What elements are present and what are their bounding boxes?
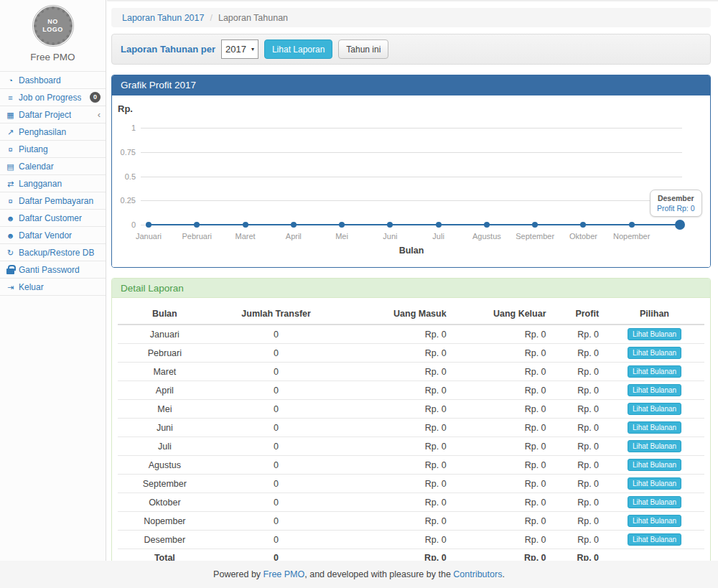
refresh-icon: ↻ [5,248,16,258]
calendar-icon: ▤ [5,162,16,172]
x-tick-label: Nopember [606,232,658,241]
sidebar-item-piutang[interactable]: ¤Piutang [0,141,106,158]
cell-uang-masuk: Rp. 0 [340,531,452,549]
x-tick-label: September [509,232,561,241]
breadcrumb-current: Laporan Tahunan [218,13,288,23]
cell-pilihan: Lihat Bulanan [605,363,704,381]
cell-profit: Rp. 0 [552,531,605,549]
sidebar-item-label: Penghasilan [19,127,66,137]
sidebar-item-label: Job on Progress [19,93,81,103]
table-row: Mei0Rp. 0Rp. 0Rp. 0Lihat Bulanan [118,400,704,419]
lihat-laporan-button[interactable]: Lihat Laporan [264,39,332,59]
sidebar-item-ganti-password[interactable]: Ganti Password [0,261,106,279]
table-row: Agustus0Rp. 0Rp. 0Rp. 0Lihat Bulanan [118,456,704,475]
data-point-mei[interactable] [339,222,345,228]
sidebar-item-daftar-vendor[interactable]: ☻Daftar Vendor [0,227,106,244]
sign-out-icon: ⇥ [5,282,16,292]
profit-chart-panel: Grafik Profit 2017 Rp. Bulan Desember Pr… [111,75,711,268]
cell-pilihan: Lihat Bulanan [605,475,704,493]
table-row: April0Rp. 0Rp. 0Rp. 0Lihat Bulanan [118,381,704,400]
data-point-april[interactable] [291,222,297,228]
table-row: Oktober0Rp. 0Rp. 0Rp. 0Lihat Bulanan [118,493,704,512]
lihat-bulanan-button[interactable]: Lihat Bulanan [628,328,681,340]
chart-tooltip: Desember Profit Rp: 0 [650,190,702,217]
chart-gridline [141,200,682,201]
sidebar-item-backup-restore-db[interactable]: ↻Backup/Restore DB [0,244,106,261]
x-tick-label: Pebruari [171,232,223,241]
cell-pilihan: Lihat Bulanan [605,419,704,437]
chart-gridline [141,152,682,153]
data-point-desember[interactable] [675,220,685,230]
lihat-bulanan-button[interactable]: Lihat Bulanan [628,515,681,527]
cell-profit: Rp. 0 [552,325,605,344]
sidebar-item-daftar-project[interactable]: ▦Daftar Project‹ [0,106,106,123]
lihat-bulanan-button[interactable]: Lihat Bulanan [628,459,681,471]
sidebar-item-label: Backup/Restore DB [19,248,94,258]
sidebar-item-daftar-pembayaran[interactable]: ¤Daftar Pembayaran [0,192,106,210]
cell-jumlah-transfer: 0 [212,381,341,400]
column-header-uang-masuk: Uang Masuk [340,304,452,325]
cell-jumlah-transfer: 0 [212,400,341,419]
y-tick-label: 0.25 [112,196,136,205]
lihat-bulanan-button[interactable]: Lihat Bulanan [628,384,681,396]
sidebar-item-dashboard[interactable]: ◔Dashboard [0,72,106,89]
sidebar-item-label: Calendar [19,162,54,172]
detail-laporan-panel: Detail Laporan BulanJumlah TransferUang … [111,278,711,576]
cell-bulan: Desember [118,531,212,549]
lihat-bulanan-button[interactable]: Lihat Bulanan [628,477,681,490]
tahun-ini-button[interactable]: Tahun ini [338,39,388,59]
free-pmo-link[interactable]: Free PMO [264,569,305,579]
cell-bulan: Juli [118,437,212,456]
count-badge: 0 [90,92,101,103]
sidebar-item-calendar[interactable]: ▤Calendar [0,158,106,175]
sidebar-item-job-on-progress[interactable]: ≡Job on Progress0 [0,89,106,106]
profit-chart: Rp. Bulan Desember Profit Rp: 0 00.250.5… [112,95,710,267]
lihat-bulanan-button[interactable]: Lihat Bulanan [628,347,681,359]
data-point-nopember[interactable] [629,222,635,228]
lihat-bulanan-button[interactable]: Lihat Bulanan [628,440,681,452]
data-point-juli[interactable] [436,222,442,228]
sidebar-item-label: Dashboard [19,75,61,85]
logo-text-line1: NO [47,18,58,26]
cell-bulan: Agustus [118,456,212,475]
lihat-bulanan-button[interactable]: Lihat Bulanan [628,421,681,434]
sidebar-item-label: Piutang [19,144,48,154]
y-tick-label: 0 [112,220,136,229]
table-body: Januari0Rp. 0Rp. 0Rp. 0Lihat BulananPebr… [118,325,704,566]
cell-profit: Rp. 0 [552,456,605,475]
lihat-bulanan-button[interactable]: Lihat Bulanan [628,533,681,546]
cell-bulan: Maret [118,363,212,381]
cell-uang-keluar: Rp. 0 [452,512,552,531]
breadcrumb-link[interactable]: Laporan Tahun 2017 [122,13,204,23]
sidebar-item-penghasilan[interactable]: ↗Penghasilan [0,123,106,141]
x-tick-label: Juni [364,232,416,241]
dashboard-icon: ◔ [5,75,16,85]
data-point-agustus[interactable] [484,222,490,228]
main-content: Laporan Tahun 2017 / Laporan Tahunan Lap… [107,0,718,561]
data-point-juni[interactable] [387,222,393,228]
sidebar-item-keluar[interactable]: ⇥Keluar [0,279,106,296]
chart-gridline [141,177,682,177]
sidebar-item-label: Daftar Customer [19,213,82,223]
data-point-maret[interactable] [243,222,248,228]
sidebar-item-langganan[interactable]: ⇄Langganan [0,175,106,192]
data-point-januari[interactable] [146,222,151,228]
year-select[interactable]: 2017 ▾ [221,39,258,59]
cell-uang-keluar: Rp. 0 [452,531,552,549]
sidebar-item-label: Ganti Password [19,265,80,275]
sidebar-item-daftar-customer[interactable]: ☻Daftar Customer [0,210,106,227]
lihat-bulanan-button[interactable]: Lihat Bulanan [628,403,681,415]
data-point-pebruari[interactable] [194,222,200,228]
table-header-row: BulanJumlah TransferUang MasukUang Kelua… [118,304,704,325]
footer-text-suffix: . [502,569,504,579]
sidebar-item-label: Langganan [19,179,62,189]
data-point-oktober[interactable] [580,222,586,228]
contributors-link[interactable]: Contributors [453,569,502,579]
cell-bulan: Juni [118,419,212,437]
cell-bulan: Oktober [118,493,212,512]
cell-uang-keluar: Rp. 0 [452,400,552,419]
lihat-bulanan-button[interactable]: Lihat Bulanan [628,365,681,378]
cell-profit: Rp. 0 [552,344,605,363]
lihat-bulanan-button[interactable]: Lihat Bulanan [628,496,681,508]
data-point-september[interactable] [532,222,538,228]
